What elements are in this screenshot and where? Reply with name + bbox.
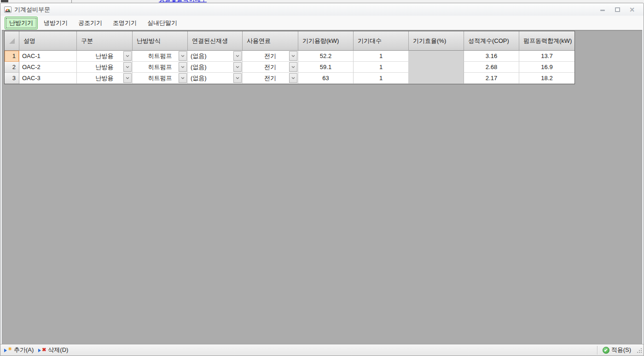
apply-button[interactable]: ✔ 적용(S)	[600, 345, 633, 355]
close-button[interactable]: ✕	[627, 6, 637, 14]
background-text-fragment	[1, 0, 8, 2]
close-icon: ✕	[629, 6, 635, 13]
cell-unit-count[interactable]: 1	[354, 51, 409, 62]
delete-button-label: 삭제(D)	[48, 346, 68, 354]
cell-category-combo[interactable]: 난방용	[77, 73, 133, 84]
column-header-unit-count[interactable]: 기기대수	[354, 31, 409, 51]
minimize-icon	[600, 10, 605, 11]
chevron-down-icon[interactable]	[233, 51, 242, 61]
resize-grip[interactable]	[636, 347, 642, 353]
chevron-down-icon[interactable]	[179, 51, 187, 61]
cell-description[interactable]: OAC-2	[19, 62, 77, 73]
add-button[interactable]: ✳ 추가(A)	[2, 345, 36, 355]
tab-indoor-terminal[interactable]: 실내단말기	[143, 17, 182, 29]
screen: 창틀및붙박이대수 기계설비부문 ✕ 난방기	[0, 0, 644, 356]
cell-pump-total[interactable]: 16.9	[519, 62, 574, 73]
add-button-label: 추가(A)	[14, 346, 34, 354]
cell-cop[interactable]: 2.17	[464, 73, 519, 84]
maximize-icon	[615, 7, 620, 12]
column-header-capacity[interactable]: 기기용량(kW)	[298, 31, 354, 51]
column-header-pump-total[interactable]: 펌프동력합계(kW)	[519, 31, 574, 51]
equipment-table: 설명 구분 난방방식 연결된신재생 사용연료 기기용량(kW) 기기대수 기기효…	[4, 31, 575, 84]
cell-description[interactable]: OAC-1	[19, 51, 77, 62]
cell-description[interactable]: OAC-3	[19, 73, 77, 84]
cell-efficiency-disabled	[409, 51, 464, 62]
content-area: 설명 구분 난방방식 연결된신재생 사용연료 기기용량(kW) 기기대수 기기효…	[0, 30, 644, 344]
cell-category-combo[interactable]: 난방용	[77, 62, 133, 73]
chevron-down-icon[interactable]	[289, 51, 297, 61]
cell-unit-count[interactable]: 1	[354, 73, 409, 84]
gauge-app-icon	[4, 6, 12, 13]
dialog-window: 기계설비부문 ✕ 난방기기 냉방기기 공조기기 조명기기 실내단말기 설명 구분…	[0, 3, 644, 356]
cell-heating-method-combo[interactable]: 히트펌프	[133, 51, 188, 62]
chevron-down-icon[interactable]	[289, 73, 297, 83]
tab-heating-equipment[interactable]: 난방기기	[5, 17, 38, 29]
cell-fuel-combo[interactable]: 전기	[243, 73, 298, 84]
cell-renewable-combo[interactable]: (없음)	[188, 51, 243, 62]
chevron-down-icon[interactable]	[123, 51, 132, 61]
column-header-efficiency[interactable]: 기기효율(%)	[409, 31, 464, 51]
tab-bar: 난방기기 냉방기기 공조기기 조명기기 실내단말기	[0, 16, 644, 30]
tab-hvac-equipment[interactable]: 공조기기	[74, 17, 107, 29]
chevron-down-icon[interactable]	[179, 62, 187, 72]
chevron-down-icon[interactable]	[289, 62, 297, 72]
cell-cop[interactable]: 3.16	[464, 51, 519, 62]
cell-heating-method-combo[interactable]: 히트펌프	[133, 73, 188, 84]
column-header-heating-method[interactable]: 난방방식	[133, 31, 188, 51]
apply-button-label: 적용(S)	[611, 346, 631, 354]
chevron-down-icon[interactable]	[123, 62, 132, 72]
cell-fuel-combo[interactable]: 전기	[243, 62, 298, 73]
cell-renewable-combo[interactable]: (없음)	[188, 73, 243, 84]
column-header-fuel[interactable]: 사용연료	[243, 31, 298, 51]
cell-unit-count[interactable]: 1	[354, 62, 409, 73]
chevron-down-icon[interactable]	[233, 73, 242, 83]
chevron-down-icon[interactable]	[123, 73, 132, 83]
window-controls: ✕	[598, 6, 640, 14]
chevron-down-icon[interactable]	[233, 62, 242, 72]
cell-efficiency-disabled	[409, 73, 464, 84]
check-icon: ✔	[603, 347, 609, 354]
window-title: 기계설비부문	[14, 6, 50, 14]
row-header[interactable]: 3	[5, 73, 19, 84]
cell-capacity[interactable]: 52.2	[298, 51, 354, 62]
cell-category-combo[interactable]: 난방용	[77, 51, 133, 62]
maximize-button[interactable]	[612, 6, 622, 14]
cell-capacity[interactable]: 63	[298, 73, 354, 84]
cell-heating-method-combo[interactable]: 히트펌프	[133, 62, 188, 73]
cell-capacity[interactable]: 59.1	[298, 62, 354, 73]
cell-pump-total[interactable]: 18.2	[519, 73, 574, 84]
cell-renewable-combo[interactable]: (없음)	[188, 62, 243, 73]
column-header-description[interactable]: 설명	[19, 31, 77, 51]
status-bar-right: ✔ 적용(S)	[597, 344, 642, 356]
row-header[interactable]: 1	[5, 51, 19, 62]
cell-efficiency-disabled	[409, 62, 464, 73]
delete-icon: ✖	[38, 347, 46, 353]
cell-cop[interactable]: 2.68	[464, 62, 519, 73]
corner-triangle-icon	[9, 38, 15, 44]
title-bar[interactable]: 기계설비부문 ✕	[0, 3, 644, 16]
column-header-renewable[interactable]: 연결된신재생	[188, 31, 243, 51]
tab-cooling-equipment[interactable]: 냉방기기	[39, 17, 72, 29]
chevron-down-icon[interactable]	[179, 73, 187, 83]
add-icon: ✳	[4, 347, 12, 353]
select-all-corner[interactable]	[5, 31, 19, 51]
column-header-cop[interactable]: 성적계수(COP)	[464, 31, 519, 51]
status-bar: ✳ 추가(A) ✖ 삭제(D) ✔ 적용(S)	[0, 344, 644, 356]
minimize-button[interactable]	[598, 6, 608, 14]
delete-button[interactable]: ✖ 삭제(D)	[36, 345, 70, 355]
status-bar-separator	[597, 346, 598, 355]
cell-fuel-combo[interactable]: 전기	[243, 51, 298, 62]
column-header-category[interactable]: 구분	[77, 31, 133, 51]
row-header[interactable]: 2	[5, 62, 19, 73]
cell-pump-total[interactable]: 13.7	[519, 51, 574, 62]
tab-lighting-equipment[interactable]: 조명기기	[108, 17, 141, 29]
